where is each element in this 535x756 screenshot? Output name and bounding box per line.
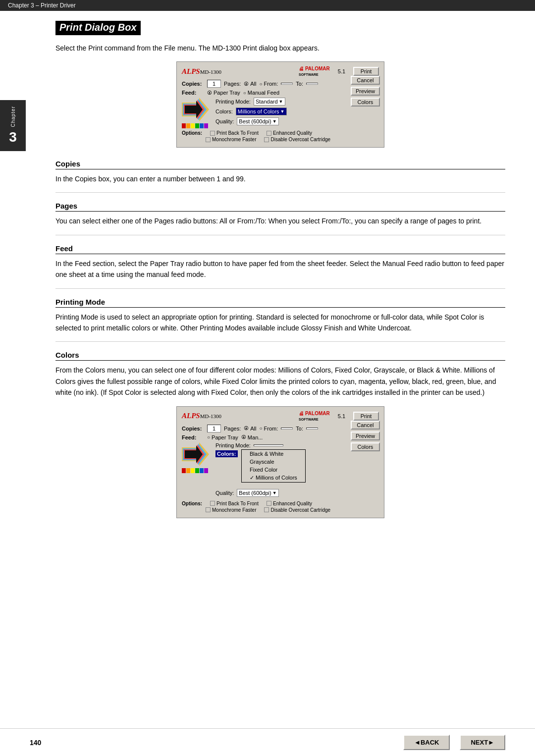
to-input-1[interactable]	[306, 83, 318, 85]
preview-btn-2[interactable]: Preview	[351, 432, 380, 440]
next-button[interactable]: NEXT►	[460, 735, 505, 750]
version-1: 5.1	[338, 68, 345, 74]
colors-text: From the Colors menu, you can select one…	[55, 365, 505, 398]
pages-text: You can select either one of the Pages r…	[55, 216, 505, 226]
to-input-2[interactable]	[306, 428, 318, 430]
page-number: 140	[30, 739, 41, 747]
copies-input-1[interactable]: 1	[207, 80, 221, 88]
printing-mode-label-2: Printing Mode:	[215, 442, 251, 448]
options-1: Options: Print Back To Front Enhanced Qu…	[182, 130, 379, 142]
chapter-tab: Chapter 3	[0, 100, 26, 151]
paper-tray-radio-2[interactable]: ○ Paper Tray	[207, 434, 238, 440]
pages-heading: Pages	[55, 202, 505, 212]
printing-mode-arrow-1: ▼	[279, 99, 283, 104]
manual-feed-radio-2[interactable]: ⦿ Man...	[241, 434, 263, 440]
chapter-label: Chapter 3 – Printer Driver	[8, 2, 76, 9]
dropdown-item-millions[interactable]: Millions of Colors	[242, 474, 305, 482]
manual-feed-radio-1[interactable]: ○ Manual Feed	[243, 90, 279, 96]
dialog-box-1-container: ALPSMD-1300 🖨 PALOMARSOFTWARE 5.1 Print …	[55, 61, 505, 148]
opt-enhanced-2[interactable]: Enhanced Quality	[267, 501, 312, 506]
cancel-btn-2[interactable]: Cancel	[351, 421, 380, 430]
paper-tray-radio-1[interactable]: ⦿ Paper Tray	[207, 90, 240, 96]
from-radio-1[interactable]: ○ From:	[259, 81, 278, 87]
colors-row-1: Colors: Millions of Colors ▼	[215, 108, 379, 115]
quality-label-2: Quality:	[215, 490, 234, 496]
alps-logo-2: ALPSMD-1300	[182, 412, 221, 420]
to-label-2: To:	[296, 426, 303, 432]
quality-row-2: Quality: Best (600dpi) ▼	[215, 489, 379, 497]
print-dialog-2: ALPSMD-1300 🖨 PALOMARSOFTWARE 5.1 Print …	[176, 406, 384, 518]
feed-heading: Feed	[55, 244, 505, 254]
opt-mono-2[interactable]: Monochrome Faster	[206, 507, 256, 513]
quality-arrow-2: ▼	[272, 490, 277, 495]
copies-row-1: Copies: 1 Pages: ⦿ All ○ From:	[182, 80, 379, 88]
dialog-box-2-container: ALPSMD-1300 🖨 PALOMARSOFTWARE 5.1 Print …	[55, 406, 505, 518]
all-radio-2[interactable]: ⦿ All	[244, 426, 256, 432]
feed-row-1: Feed: ⦿ Paper Tray ○ Manual Feed	[182, 90, 379, 96]
preview-btn-1[interactable]: Preview	[351, 87, 380, 96]
options-row-1b: Monochrome Faster Disable Overcoat Cartr…	[206, 137, 379, 142]
all-radio-1[interactable]: ⦿ All	[244, 81, 256, 87]
chapter-number: 3	[9, 129, 17, 145]
copies-input-2[interactable]: 1	[207, 425, 221, 432]
print-btn-2[interactable]: Print	[353, 412, 379, 421]
alps-logo-1: ALPSMD-1300	[182, 67, 221, 76]
page-title: Print Dialog Box	[55, 21, 141, 35]
cancel-btn-1[interactable]: Cancel	[351, 76, 380, 85]
printing-mode-label-1: Printing Mode:	[215, 99, 251, 105]
options-2: Options: Print Back To Front Enhanced Qu…	[182, 501, 379, 513]
quality-select-1[interactable]: Best (600dpi) ▼	[237, 117, 278, 125]
opt-enhanced-1[interactable]: Enhanced Quality	[267, 130, 312, 136]
chapter-word: Chapter	[10, 106, 16, 127]
copies-label-2: Copies:	[182, 426, 204, 432]
model-2: MD-1300	[200, 413, 221, 419]
colors-label-1: Colors:	[215, 108, 233, 114]
print-dialog-1: ALPSMD-1300 🖨 PALOMARSOFTWARE 5.1 Print …	[176, 61, 384, 148]
print-btn-1[interactable]: Print	[353, 67, 379, 76]
opt-print-back-2[interactable]: Print Back To Front	[210, 501, 259, 506]
feed-label-1: Feed:	[182, 90, 204, 96]
color-image-2	[182, 442, 212, 499]
options-row-2a: Options: Print Back To Front Enhanced Qu…	[182, 501, 379, 506]
dialog-titlebar-1: ALPSMD-1300 🖨 PALOMARSOFTWARE 5.1 Print	[182, 66, 379, 77]
model-1: MD-1300	[200, 69, 221, 75]
pages-label-2: Pages:	[224, 426, 241, 432]
color-image-1	[182, 98, 212, 128]
printing-mode-select-1[interactable]: Standard ▼	[254, 98, 285, 106]
printing-mode-text: Printing Mode is used to select an appro…	[55, 312, 505, 334]
options-row-2b: Monochrome Faster Disable Overcoat Cartr…	[206, 507, 379, 513]
colors-row-2: Colors: Black & White Grayscale Fixed Co…	[215, 450, 379, 457]
printing-mode-input-2[interactable]	[254, 444, 283, 446]
pages-label-1: Pages:	[224, 81, 241, 87]
opt-disable-1[interactable]: Disable Overcoat Cartridge	[264, 137, 330, 142]
colors-dropdown-2: Black & White Grayscale Fixed Color Mill…	[241, 449, 306, 483]
back-button[interactable]: ◄BACK	[403, 735, 450, 750]
from-radio-2[interactable]: ○ From:	[259, 426, 278, 432]
dropdown-item-fixed[interactable]: Fixed Color	[242, 466, 305, 474]
quality-label-1: Quality:	[215, 118, 234, 124]
colors-select-1[interactable]: Millions of Colors ▼	[236, 108, 287, 115]
from-input-1[interactable]	[281, 83, 293, 85]
intro-text: Select the Print command from the File m…	[55, 43, 505, 54]
opt-mono-1[interactable]: Monochrome Faster	[206, 137, 256, 142]
nav-buttons: ◄BACK NEXT►	[403, 735, 505, 750]
dropdown-item-bw[interactable]: Black & White	[242, 450, 305, 458]
feed-text: In the Feed section, select the Paper Tr…	[55, 258, 505, 280]
copies-text: In the Copies box, you can enter a numbe…	[55, 173, 505, 184]
dialog-titlebar-2: ALPSMD-1300 🖨 PALOMARSOFTWARE 5.1 Print	[182, 411, 379, 422]
version-2: 5.1	[338, 413, 345, 419]
opt-disable-2[interactable]: Disable Overcoat Cartridge	[264, 507, 330, 513]
main-content: Chapter 3 Print Dialog Box Select the Pr…	[0, 11, 535, 550]
opt-print-back-1[interactable]: Print Back To Front	[210, 130, 259, 136]
from-input-2[interactable]	[281, 428, 293, 430]
dropdown-item-grayscale[interactable]: Grayscale	[242, 458, 305, 466]
copies-heading: Copies	[55, 160, 505, 169]
options-row-1a: Options: Print Back To Front Enhanced Qu…	[182, 130, 379, 136]
colors-btn-1[interactable]: Colors	[351, 98, 380, 107]
colors-btn-2[interactable]: Colors	[351, 442, 380, 451]
quality-select-2[interactable]: Best (600dpi) ▼	[237, 489, 278, 497]
feed-label-2: Feed:	[182, 434, 204, 440]
right-buttons-1: Cancel Preview Colors	[351, 76, 380, 107]
to-label-1: To:	[296, 81, 303, 87]
right-buttons-2: Cancel Preview Colors	[351, 421, 380, 451]
